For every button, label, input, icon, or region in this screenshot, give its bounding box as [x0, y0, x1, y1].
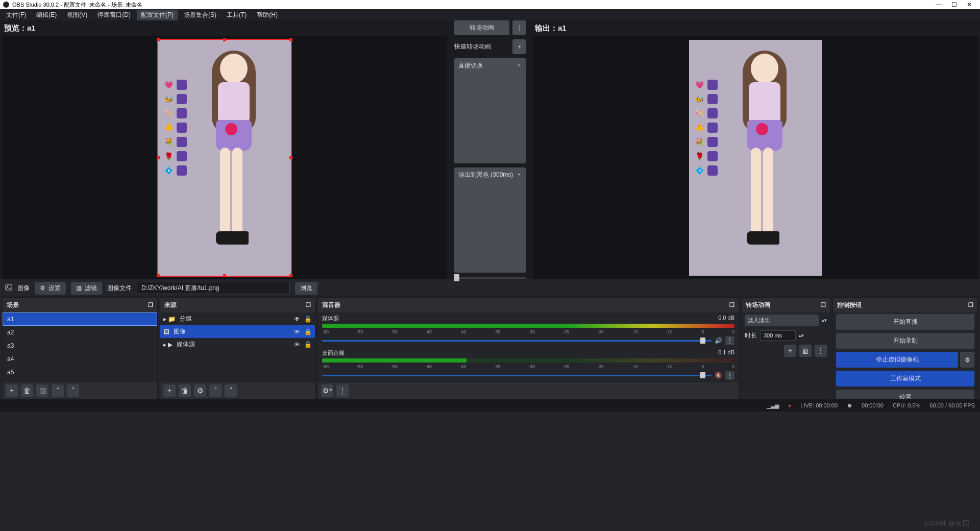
visibility-icon[interactable]: 👁 [294, 341, 300, 348]
channel-menu-button[interactable]: ⋮ [725, 336, 734, 345]
scene-item[interactable]: a6 [3, 379, 157, 382]
source-item[interactable]: 🖼图像👁🔒 [160, 325, 315, 338]
visibility-icon[interactable]: 👁 [294, 316, 300, 323]
transition-menu-button[interactable]: ⋮ [512, 20, 526, 35]
channel-menu-button[interactable]: ⋮ [725, 371, 734, 380]
transition-fade-select[interactable]: 淡出到黑色 (300ms) [454, 167, 526, 273]
source-property-bar: 图像 ⚙ 设置 ▥ 滤镜 图像文件 浏览 [0, 279, 980, 297]
gear-icon: ⚙ [40, 284, 45, 292]
add-transition-button[interactable]: ＋ [784, 345, 796, 357]
lock-icon[interactable]: 🔓 [304, 341, 312, 348]
program-source-frame: 💗 🐝 🍭 🐥 💐 🌹 💠 [689, 40, 822, 276]
image-file-input[interactable] [137, 282, 290, 294]
remove-transition-button[interactable]: 🗑 [799, 345, 812, 357]
popout-icon[interactable]: ❐ [306, 302, 311, 308]
spinner-icon[interactable]: ▴▾ [822, 319, 827, 322]
scene-item[interactable]: a2 [3, 326, 157, 339]
controls-panel: 控制按钮 ❐ 开始直播 开始录制 停止虚拟摄像机 ⚙ 工作室模式 设置 退出 [832, 297, 978, 399]
preview-canvas[interactable]: 💗 🐝 🍭 🐥 💐 🌹 💠 [2, 36, 447, 279]
transition-mode-select[interactable]: 直接切换 [454, 58, 526, 163]
image-icon [5, 284, 12, 293]
move-source-down-button[interactable]: ˅ [225, 384, 237, 397]
menu-item[interactable]: 场景集合(S) [180, 10, 220, 20]
menu-item[interactable]: 帮助(H) [253, 10, 282, 20]
scene-item[interactable]: a5 [3, 366, 157, 379]
menu-item[interactable]: 编辑(E) [32, 10, 61, 20]
mixer-panel: 混音器 ❐ 媒体源0.0 dB -60-55-50-45-40-35-30-25… [317, 297, 739, 399]
minimize-button[interactable]: — [931, 1, 946, 8]
add-scene-button[interactable]: ＋ [6, 384, 18, 397]
sources-panel: 来源 ❐ ▸ 📁分组👁🔓🖼图像👁🔒▸ ▶媒体源👁🔓 ＋ 🗑 ⚙ ˄ ˅ [160, 297, 315, 399]
mixer-menu-button[interactable]: ⋮ [336, 384, 349, 397]
preview-source-frame[interactable]: 💗 🐝 🍭 🐥 💐 🌹 💠 [158, 40, 291, 276]
popout-icon[interactable]: ❐ [821, 302, 826, 308]
scene-item[interactable]: a1 [3, 312, 157, 326]
remove-scene-button[interactable]: 🗑 [21, 384, 33, 397]
popout-icon[interactable]: ❐ [968, 302, 973, 308]
remove-source-button[interactable]: 🗑 [179, 384, 191, 397]
visibility-icon[interactable]: 👁 [294, 328, 300, 335]
sources-list[interactable]: ▸ 📁分组👁🔓🖼图像👁🔒▸ ▶媒体源👁🔓 [160, 312, 315, 382]
rec-status: 00:00:00 [862, 402, 884, 408]
filters-button[interactable]: ▥ 滤镜 [71, 282, 102, 295]
mixer-body: 媒体源0.0 dB -60-55-50-45-40-35-30-25-20-15… [318, 312, 739, 382]
source-type-icon: 🖼 [163, 328, 169, 335]
move-scene-down-button[interactable]: ˅ [67, 384, 79, 397]
source-type-icon: ▸ 📁 [163, 316, 176, 323]
close-button[interactable]: ✕ [962, 1, 977, 8]
studio-mode-button[interactable]: 工作室模式 [836, 371, 974, 387]
move-scene-up-button[interactable]: ˄ [52, 384, 64, 397]
scenes-panel: 场景 ❐ a1a2a3a4a5a6 ＋ 🗑 ▥ ˄ ˅ [2, 297, 158, 399]
transition-slider[interactable] [454, 277, 526, 279]
lock-icon[interactable]: 🔓 [304, 316, 312, 323]
popout-icon[interactable]: ❐ [148, 302, 153, 308]
filter-icon: ▥ [76, 284, 82, 292]
scenes-list[interactable]: a1a2a3a4a5a6 [3, 312, 157, 382]
mixer-channel: 桌面音频-0.1 dB -60-55-50-45-40-35-30-25-20-… [318, 347, 739, 382]
lock-icon[interactable]: 🔒 [304, 328, 312, 335]
volume-slider[interactable] [322, 340, 712, 342]
transition-props-button[interactable]: ⋮ [815, 345, 827, 357]
source-item[interactable]: ▸ ▶媒体源👁🔓 [160, 338, 315, 351]
menu-item[interactable]: 停靠窗口(D) [93, 10, 135, 20]
speaker-icon[interactable]: 🔊 [715, 337, 722, 344]
preview-area: 预览：a1 💗 🐝 🍭 🐥 💐 🌹 💠 [0, 20, 980, 279]
source-item[interactable]: ▸ 📁分组👁🔓 [160, 312, 315, 325]
channel-name: 桌面音频 [322, 349, 345, 357]
add-quick-transition-button[interactable]: ＋ [512, 39, 526, 54]
start-recording-button[interactable]: 开始录制 [836, 333, 974, 349]
maximize-button[interactable]: ☐ [946, 1, 962, 8]
popout-icon[interactable]: ❐ [729, 302, 734, 308]
stop-virtual-cam-button[interactable]: 停止虚拟摄像机 [836, 352, 958, 368]
person-graphic [200, 51, 250, 265]
add-source-button[interactable]: ＋ [163, 384, 176, 397]
mixer-advanced-button[interactable]: ⚙ᵒ [321, 384, 333, 397]
docks: 场景 ❐ a1a2a3a4a5a6 ＋ 🗑 ▥ ˄ ˅ 来源 ❐ ▸ 📁分组👁🔓… [0, 297, 980, 399]
menu-item[interactable]: 工具(T) [223, 10, 251, 20]
menu-item[interactable]: 配置文件(P) [137, 10, 178, 20]
start-streaming-button[interactable]: 开始直播 [836, 314, 974, 330]
scene-filters-button[interactable]: ▥ [36, 384, 48, 397]
browse-button[interactable]: 浏览 [295, 282, 317, 295]
transition-button[interactable]: 转场动画 [454, 20, 509, 35]
move-source-up-button[interactable]: ˄ [209, 384, 222, 397]
source-type-label: 图像 [17, 284, 30, 293]
menu-item[interactable]: 视图(V) [63, 10, 91, 20]
virtual-cam-config-button[interactable]: ⚙ [960, 352, 974, 368]
app-icon [3, 2, 9, 8]
menu-item[interactable]: 文件(F) [2, 10, 30, 20]
transition-type-select[interactable]: 淡入淡出 [745, 315, 819, 326]
source-properties-button[interactable]: ⚙ [194, 384, 206, 397]
volume-slider[interactable] [322, 375, 712, 376]
cpu-status: CPU: 0.5% [893, 402, 920, 408]
settings-button[interactable]: 设置 [836, 390, 974, 399]
scene-item[interactable]: a4 [3, 352, 157, 366]
duration-input[interactable] [760, 330, 796, 341]
live-status: LIVE: 00:00:00 [800, 402, 838, 408]
channel-db: 0.0 dB [718, 315, 734, 322]
scene-item[interactable]: a3 [3, 339, 157, 352]
settings-button[interactable]: ⚙ 设置 [35, 282, 66, 295]
mute-icon[interactable]: 🔇 [715, 372, 722, 379]
spinner-icon[interactable]: ▴▾ [799, 334, 804, 337]
program-canvas[interactable]: 💗 🐝 🍭 🐥 💐 🌹 💠 [533, 36, 978, 279]
